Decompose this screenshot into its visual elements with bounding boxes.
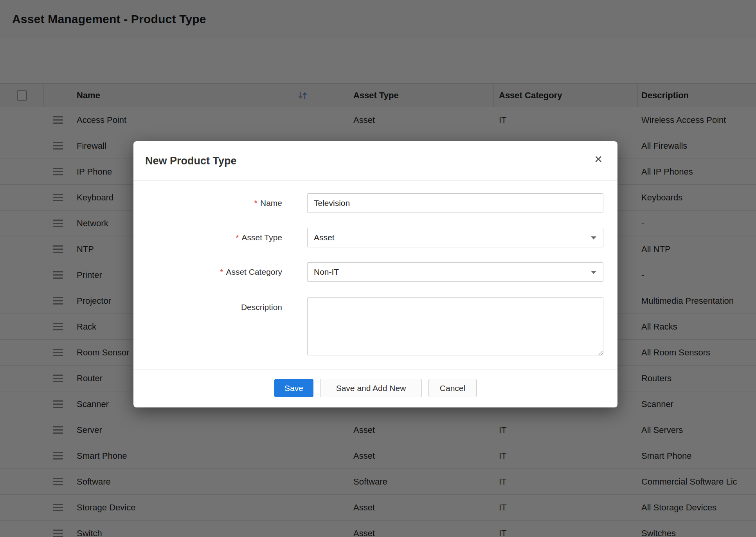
asset-category-select[interactable]: Non-IT bbox=[307, 262, 603, 282]
name-label: *Name bbox=[149, 193, 282, 213]
name-field[interactable] bbox=[307, 193, 603, 213]
new-product-type-dialog: New Product Type ✕ *Name *Asset Type Ass… bbox=[133, 141, 617, 407]
asset-type-select[interactable]: Asset bbox=[307, 228, 603, 247]
asset-type-selected-value: Asset bbox=[314, 233, 335, 242]
dialog-footer: Save Save and Add New Cancel bbox=[133, 369, 617, 407]
description-field[interactable] bbox=[307, 297, 603, 355]
required-marker: * bbox=[236, 233, 239, 242]
asset-type-label: *Asset Type bbox=[149, 228, 282, 247]
chevron-down-icon bbox=[591, 271, 596, 274]
dialog-header: New Product Type ✕ bbox=[133, 141, 617, 181]
close-icon[interactable]: ✕ bbox=[594, 154, 603, 164]
description-label: Description bbox=[149, 297, 282, 317]
save-and-add-new-button[interactable]: Save and Add New bbox=[320, 379, 422, 397]
dialog-title: New Product Type bbox=[145, 141, 237, 181]
asset-category-label: *Asset Category bbox=[149, 262, 282, 282]
save-button[interactable]: Save bbox=[274, 379, 313, 397]
chevron-down-icon bbox=[591, 236, 596, 240]
asset-category-selected-value: Non-IT bbox=[314, 267, 339, 277]
required-marker: * bbox=[254, 198, 257, 207]
required-marker: * bbox=[220, 267, 223, 276]
cancel-button[interactable]: Cancel bbox=[428, 379, 477, 397]
